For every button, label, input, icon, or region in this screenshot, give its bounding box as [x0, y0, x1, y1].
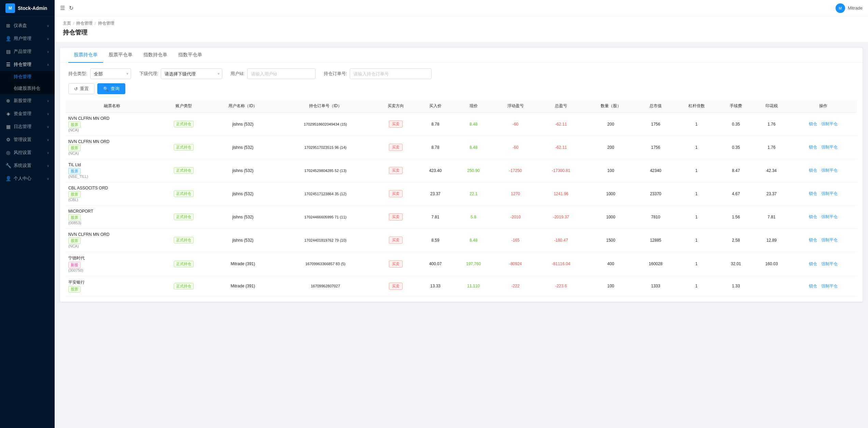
cell-account-type: 正式持仓: [158, 229, 209, 252]
cell-quantity: 1500: [585, 229, 636, 252]
cell-leverage: 1: [675, 182, 718, 205]
sidebar-item-label: 资金管理: [14, 111, 31, 117]
force-close-btn[interactable]: 强制平仓: [821, 145, 838, 149]
position-type-select-wrapper: 全部 正式持仓 模拟持仓: [90, 68, 131, 79]
sidebar-item-system[interactable]: 🔧 系统设置 ∨: [0, 159, 55, 172]
lock-position-btn[interactable]: 锁仓: [809, 284, 817, 288]
page-title: 持仓管理: [63, 28, 860, 41]
filter-user-id: 用户Id:: [230, 68, 315, 79]
tab-stock-position[interactable]: 股票持仓单: [68, 48, 103, 63]
lock-position-btn[interactable]: 锁仓: [809, 214, 817, 219]
refresh-icon[interactable]: ↻: [69, 5, 73, 11]
cell-total-value: 7810: [636, 205, 675, 229]
cell-quantity: 200: [585, 113, 636, 136]
cell-total-pnl: -62.11: [537, 136, 585, 159]
breadcrumb-home[interactable]: 主页: [63, 20, 71, 26]
cell-total-value: 12885: [636, 229, 675, 252]
lock-position-btn[interactable]: 锁仓: [809, 238, 817, 242]
sidebar-item-personal[interactable]: 👤 个人中心 ∨: [0, 172, 55, 185]
sidebar-item-ipo[interactable]: ⊕ 新股管理 ∨: [0, 94, 55, 107]
breadcrumb-bar: 主页 / 持仓管理 / 持仓管理 持仓管理: [55, 16, 868, 42]
breadcrumb-position-mgmt[interactable]: 持仓管理: [76, 20, 93, 26]
avatar: M: [836, 3, 845, 13]
lock-position-btn[interactable]: 锁仓: [809, 145, 817, 149]
cell-user: jishns (532): [209, 205, 277, 229]
cell-direction: 买卖: [374, 276, 418, 296]
sub-agent-label: 下级代理:: [139, 71, 158, 77]
sidebar-item-product-mgmt[interactable]: ▤ 产品管理 ∨: [0, 45, 55, 58]
tab-index-position[interactable]: 指数持仓单: [138, 48, 173, 63]
cell-stamp-tax: 1.76: [754, 136, 789, 159]
user-id-input[interactable]: [247, 68, 316, 79]
col-order-id: 持仓订单号（ID）: [277, 100, 374, 113]
force-close-btn[interactable]: 强制平仓: [821, 238, 838, 242]
order-no-input[interactable]: [350, 68, 432, 79]
sidebar-item-finance[interactable]: ◈ 资金管理 ∨: [0, 107, 55, 120]
cell-commission: 0.35: [718, 113, 754, 136]
main-area: ☰ ↻ M Mitrade 主页 / 持仓管理 / 持仓管理 持仓管理 股票: [55, 0, 868, 428]
cell-commission: 32.01: [718, 252, 754, 276]
force-close-btn[interactable]: 强制平仓: [821, 122, 838, 126]
table-row: NVN CLFRN MN ORD 股票 (NCA) 正式持仓 jishns (5…: [66, 229, 857, 252]
reset-label: 重置: [80, 86, 89, 92]
cell-stamp-tax: 7.81: [754, 205, 789, 229]
lock-position-btn[interactable]: 锁仓: [809, 191, 817, 196]
sidebar-item-label: 用户管理: [14, 35, 31, 42]
sidebar-item-admin-settings[interactable]: ⚙ 管理设置 ∨: [0, 133, 55, 146]
cell-buy-price: 8.59: [418, 229, 453, 252]
cell-name: 平安银行 股票: [66, 276, 158, 296]
table-body: NVN CLFRN MN ORD 股票 (NCA) 正式持仓 jishns (5…: [66, 113, 857, 296]
cell-direction: 买卖: [374, 159, 418, 182]
breadcrumb-sep-1: /: [73, 21, 74, 26]
lock-position-btn[interactable]: 锁仓: [809, 122, 817, 126]
cell-actions: 锁仓 强制平仓: [789, 159, 857, 182]
sidebar-item-risk[interactable]: ◎ 风控设置 ∨: [0, 146, 55, 159]
tab-stock-close[interactable]: 股票平仓单: [103, 48, 138, 63]
menu-toggle-icon[interactable]: ☰: [60, 5, 65, 11]
force-close-btn[interactable]: 强制平仓: [821, 284, 838, 288]
sidebar-item-position-mgmt[interactable]: ☰ 持仓管理 ∧: [0, 58, 55, 71]
cell-buy-price: 8.78: [418, 136, 453, 159]
lock-position-btn[interactable]: 锁仓: [809, 168, 817, 173]
col-total-pnl: 总盈亏: [537, 100, 585, 113]
force-close-btn[interactable]: 强制平仓: [821, 261, 838, 266]
sidebar-item-daily[interactable]: ▦ 日志管理 ∨: [0, 120, 55, 133]
cell-user: jishns (532): [209, 229, 277, 252]
sidebar-sub-label: 创建股票持仓: [14, 86, 40, 91]
lock-position-btn[interactable]: 锁仓: [809, 261, 817, 266]
sidebar-logo: M Stock-Admin: [0, 0, 55, 16]
force-close-btn[interactable]: 强制平仓: [821, 191, 838, 196]
cell-buy-price: 7.81: [418, 205, 453, 229]
cell-actions: 锁仓 强制平仓: [789, 136, 857, 159]
tab-index-close[interactable]: 指数平仓单: [173, 48, 208, 63]
main-card: 股票持仓单 股票平仓单 指数持仓单 指数平仓单 持仓类型:: [60, 48, 863, 302]
reset-button[interactable]: ↺ 重置: [68, 83, 95, 94]
position-type-select[interactable]: 全部 正式持仓 模拟持仓: [90, 68, 131, 79]
sidebar-sub-item-create-stock-position[interactable]: 创建股票持仓: [0, 83, 55, 94]
position-submenu: 持仓管理 创建股票持仓: [0, 71, 55, 94]
chevron-icon: ∨: [47, 177, 49, 181]
cell-total-pnl: -2019.37: [537, 205, 585, 229]
cell-quantity: 200: [585, 136, 636, 159]
username: Mitrade: [848, 5, 863, 11]
sub-agent-select[interactable]: 请选择下级代理: [161, 68, 222, 79]
cell-float-pnl: -2010: [494, 205, 537, 229]
cell-total-value: 1333: [636, 276, 675, 296]
cell-order-id: 16709963366857 83 (5): [277, 252, 374, 276]
force-close-btn[interactable]: 强制平仓: [821, 168, 838, 173]
cell-stamp-tax: [754, 276, 789, 296]
cell-actions: 锁仓 强制平仓: [789, 229, 857, 252]
search-button[interactable]: 🔍 查询: [97, 83, 125, 94]
force-close-btn[interactable]: 强制平仓: [821, 214, 838, 219]
cell-name: CBL ASSOCITS ORD 股票 (CBL): [66, 182, 158, 205]
header: ☰ ↻ M Mitrade: [55, 0, 868, 16]
cell-actions: 锁仓 强制平仓: [789, 276, 857, 296]
cell-actions: 锁仓 强制平仓: [789, 252, 857, 276]
cell-total-pnl: 1241.96: [537, 182, 585, 205]
sidebar-item-user-mgmt[interactable]: 👤 用户管理 ∨: [0, 32, 55, 45]
cell-total-value: 160028: [636, 252, 675, 276]
sidebar-item-label: 产品管理: [14, 48, 31, 55]
sidebar-sub-item-position-manage[interactable]: 持仓管理: [0, 71, 55, 83]
sidebar-item-dashboard[interactable]: ⊞ 仪表盘 ∨: [0, 19, 55, 32]
position-icon: ☰: [5, 62, 11, 67]
